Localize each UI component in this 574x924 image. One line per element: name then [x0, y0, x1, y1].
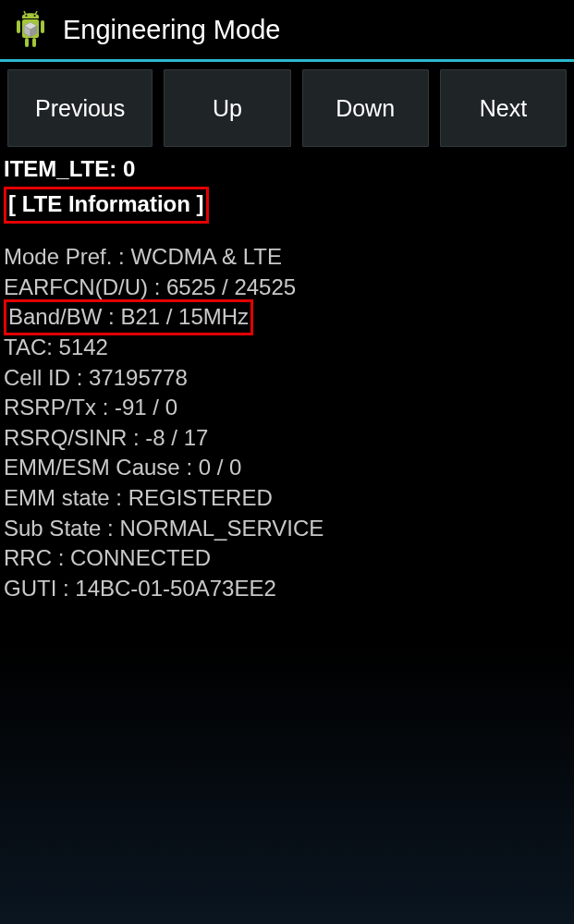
sub-state-row: Sub State : NORMAL_SERVICE [4, 514, 570, 544]
up-button[interactable]: Up [164, 69, 290, 147]
down-button[interactable]: Down [302, 69, 429, 147]
rrc-row: RRC : CONNECTED [4, 543, 570, 574]
rsrq-sinr-row: RSRQ/SINR : -8 / 17 [4, 423, 570, 454]
item-label: ITEM_LTE: 0 [4, 154, 570, 185]
emm-state-row: EMM state : REGISTERED [4, 483, 570, 514]
svg-rect-5 [17, 20, 20, 33]
svg-rect-6 [41, 20, 44, 33]
content-area: ITEM_LTE: 0 [ LTE Information ] Mode Pre… [0, 154, 574, 604]
emm-esm-cause-row: EMM/ESM Cause : 0 / 0 [4, 453, 570, 483]
tac-row: TAC: 5142 [4, 333, 570, 363]
rsrp-tx-row: RSRP/Tx : -91 / 0 [4, 393, 570, 423]
app-header: Engineering Mode [0, 0, 574, 62]
app-title: Engineering Mode [63, 15, 280, 45]
band-bw-row: Band/BW : B21 / 15MHz [4, 299, 253, 335]
previous-button[interactable]: Previous [7, 69, 153, 147]
guti-row: GUTI : 14BC-01-50A73EE2 [4, 574, 570, 604]
cell-id-row: Cell ID : 37195778 [4, 363, 570, 394]
android-icon [11, 7, 50, 52]
svg-point-2 [26, 15, 28, 17]
next-button[interactable]: Next [440, 69, 567, 147]
svg-point-3 [34, 15, 36, 17]
svg-rect-8 [32, 38, 36, 47]
svg-rect-7 [25, 38, 29, 47]
mode-pref-row: Mode Pref. : WCDMA & LTE [4, 242, 570, 273]
earfcn-row: EARFCN(D/U) : 6525 / 24525 [4, 273, 570, 303]
section-title-lte-info: [ LTE Information ] [4, 187, 209, 224]
nav-button-row: Previous Up Down Next [0, 62, 574, 154]
